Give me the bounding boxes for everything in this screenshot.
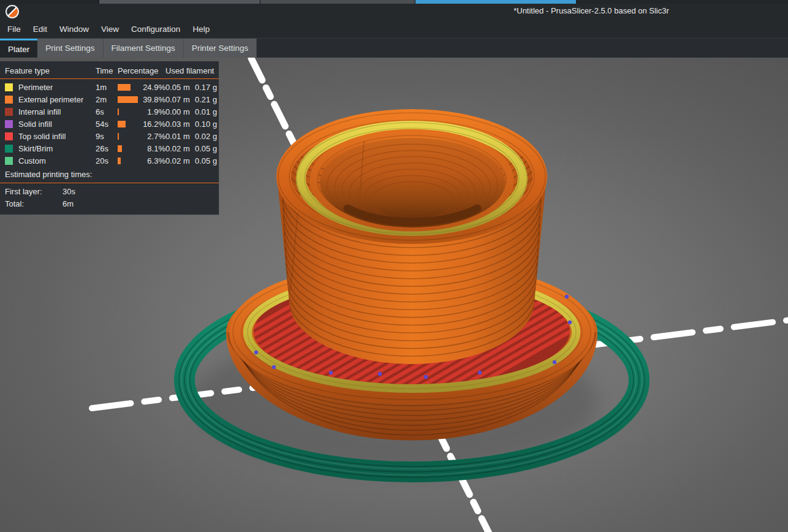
- percentage-bar: [118, 121, 126, 127]
- titlebar: *Untitled - PrusaSlicer-2.5.0 based on S…: [0, 4, 788, 20]
- legend-row-custom: Custom20s6.3%0.02 m0.05 g: [0, 154, 219, 167]
- legend-header-feature: Feature type: [5, 66, 96, 75]
- feature-filament-weight: 0.10 g: [195, 120, 219, 129]
- feature-filament-weight: 0.05 g: [195, 156, 219, 165]
- feature-color-swatch: [5, 157, 13, 165]
- feature-time: 2m: [96, 95, 118, 104]
- tab-filament-settings[interactable]: Filament Settings: [104, 39, 184, 58]
- feature-percentage: 39.8%: [143, 95, 165, 104]
- feature-color-swatch: [5, 132, 13, 140]
- percentage-bar: [118, 84, 131, 91]
- feature-label: Solid infill: [18, 120, 52, 129]
- legend-row-internal-infill: Internal infill6s1.9%0.00 m0.01 g: [0, 105, 219, 118]
- legend-header-percentage: Percentage: [118, 66, 165, 75]
- prusaslicer-logo-icon: [6, 5, 19, 18]
- first-layer-label: First layer:: [5, 187, 63, 196]
- legend-row-solid-infill: Solid infill54s16.2%0.03 m0.10 g: [0, 118, 219, 130]
- legend-header-row: Feature type Time Percentage Used filame…: [0, 64, 219, 77]
- legend-row-external-perimeter: External perimeter2m39.8%0.07 m0.21 g: [0, 93, 219, 105]
- legend-header-time: Time: [96, 66, 118, 75]
- feature-filament-weight: 0.21 g: [195, 95, 219, 104]
- feature-label: Custom: [18, 156, 46, 165]
- percentage-bar: [118, 96, 138, 103]
- percentage-bar: [118, 108, 119, 115]
- feature-time: 20s: [96, 156, 118, 165]
- feature-time: 1m: [96, 83, 118, 92]
- percentage-bar: [118, 145, 122, 152]
- legend-row-perimeter: Perimeter1m24.9%0.05 m0.17 g: [0, 81, 219, 93]
- window-title: *Untitled - PrusaSlicer-2.5.0 based on S…: [513, 6, 669, 15]
- feature-percentage: 6.3%: [147, 156, 165, 165]
- feature-label: Skirt/Brim: [18, 144, 53, 153]
- feature-filament-weight: 0.17 g: [195, 83, 219, 92]
- feature-color-swatch: [5, 96, 13, 104]
- feature-percentage: 1.9%: [147, 107, 165, 116]
- total-value: 6m: [63, 199, 219, 208]
- legend-header-used-filament: Used filament: [165, 66, 219, 75]
- feature-percentage: 24.9%: [143, 83, 165, 92]
- feature-filament-weight: 0.05 g: [195, 144, 219, 153]
- feature-filament-length: 0.01 m: [165, 132, 195, 141]
- feature-color-swatch: [5, 83, 13, 91]
- feature-filament-weight: 0.02 g: [195, 132, 219, 141]
- menu-configuration[interactable]: Configuration: [131, 25, 180, 34]
- menu-view[interactable]: View: [101, 25, 119, 34]
- feature-time: 9s: [96, 132, 118, 141]
- feature-filament-length: 0.00 m: [165, 107, 195, 116]
- feature-color-swatch: [5, 108, 13, 116]
- tab-print-settings[interactable]: Print Settings: [37, 39, 103, 58]
- first-layer-value: 30s: [63, 187, 219, 196]
- feature-label: External perimeter: [18, 95, 83, 104]
- feature-percentage: 16.2%: [143, 120, 165, 129]
- feature-filament-length: 0.02 m: [165, 144, 195, 153]
- total-time-row: Total: 6m: [0, 197, 219, 210]
- feature-label: Top solid infill: [18, 132, 66, 141]
- feature-label: Perimeter: [18, 83, 53, 92]
- legend-separator: [0, 183, 219, 183]
- legend-rows: Perimeter1m24.9%0.05 m0.17 gExternal per…: [0, 81, 219, 167]
- feature-filament-length: 0.02 m: [165, 156, 195, 165]
- feature-label: Internal infill: [18, 107, 61, 116]
- legend-panel: Feature type Time Percentage Used filame…: [0, 61, 219, 215]
- menu-window[interactable]: Window: [59, 25, 89, 34]
- legend-row-skirt-brim: Skirt/Brim26s8.1%0.02 m0.05 g: [0, 142, 219, 154]
- percentage-bar: [118, 133, 119, 140]
- feature-filament-length: 0.07 m: [165, 95, 195, 104]
- menu-file[interactable]: File: [7, 25, 21, 34]
- total-label: Total:: [5, 199, 63, 208]
- tabbar: PlaterPrint SettingsFilament SettingsPri…: [0, 38, 788, 58]
- first-layer-time-row: First layer: 30s: [0, 185, 219, 197]
- legend-separator: [0, 78, 219, 79]
- menu-help[interactable]: Help: [192, 25, 210, 34]
- tab-printer-settings[interactable]: Printer Settings: [184, 39, 257, 58]
- prusaslicer-window: *Untitled - PrusaSlicer-2.5.0 based on S…: [0, 0, 788, 532]
- cylinder-inner-cavity: [320, 138, 505, 227]
- menubar: FileEditWindowViewConfigurationHelp: [0, 20, 788, 38]
- legend-row-top-solid-infill: Top solid infill9s2.7%0.01 m0.02 g: [0, 130, 219, 142]
- feature-time: 54s: [96, 120, 118, 129]
- feature-time: 26s: [96, 144, 118, 153]
- feature-color-swatch: [5, 145, 13, 153]
- feature-filament-weight: 0.01 g: [195, 107, 219, 116]
- feature-color-swatch: [5, 120, 13, 128]
- feature-time: 6s: [96, 107, 118, 116]
- estimated-times-title: Estimated printing times:: [0, 167, 219, 181]
- menu-edit[interactable]: Edit: [33, 25, 47, 34]
- feature-filament-length: 0.03 m: [165, 120, 195, 129]
- feature-filament-length: 0.05 m: [165, 83, 195, 92]
- feature-percentage: 2.7%: [147, 132, 165, 141]
- percentage-bar: [118, 158, 121, 164]
- feature-percentage: 8.1%: [147, 144, 165, 153]
- tab-plater[interactable]: Plater: [0, 39, 37, 58]
